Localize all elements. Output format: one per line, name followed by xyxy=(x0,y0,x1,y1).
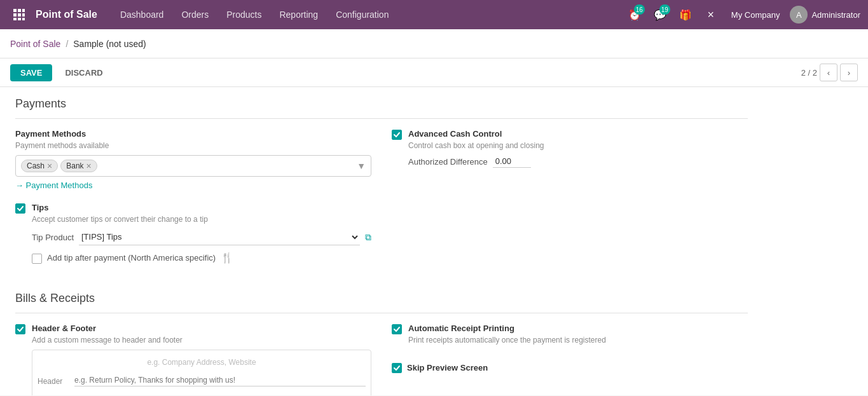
payment-methods-label: Payment Methods xyxy=(15,129,371,139)
auto-receipt-desc: Print receipts automatically once the pa… xyxy=(408,336,748,345)
tag-bank-label: Bank xyxy=(66,161,83,170)
payment-methods-link[interactable]: → Payment Methods xyxy=(15,181,371,190)
auto-receipt-group: Automatic Receipt Printing Print receipt… xyxy=(392,324,748,350)
skip-preview-label: Skip Preview Screen xyxy=(407,363,488,372)
tag-cash-remove[interactable]: × xyxy=(47,161,52,170)
advanced-cash-checkbox[interactable] xyxy=(392,130,402,140)
auto-receipt-checkbox[interactable] xyxy=(392,324,402,334)
nav-menu: Dashboard Orders Products Reporting Conf… xyxy=(113,6,624,24)
fork-knife-icon: 🍴 xyxy=(221,252,233,264)
pagination-prev[interactable]: ‹ xyxy=(820,64,837,81)
header-footer-label: Header & Footer xyxy=(32,324,371,333)
header-input[interactable] xyxy=(74,374,366,386)
auth-diff-label: Authorized Difference xyxy=(408,157,488,167)
tag-bank: Bank × xyxy=(60,160,97,172)
nav-products[interactable]: Products xyxy=(219,6,269,24)
discard-button[interactable]: DISCARD xyxy=(57,64,110,81)
tips-checkbox[interactable] xyxy=(15,203,25,214)
nav-right: ⏰ 16 💬 19 🎁 × My Company A Administrator xyxy=(624,4,860,25)
svg-rect-4 xyxy=(18,13,21,17)
top-nav: Point of Sale Dashboard Orders Products … xyxy=(0,0,868,29)
app-title: Point of Sale xyxy=(36,9,97,20)
auto-receipt-content: Automatic Receipt Printing Print receipt… xyxy=(408,324,748,350)
tip-product-external-link[interactable]: ⧉ xyxy=(365,232,371,243)
tips-desc: Accept customer tips or convert their ch… xyxy=(32,215,371,224)
admin-name: Administrator xyxy=(811,10,860,20)
tip-product-select[interactable]: [TIPS] Tips xyxy=(79,229,360,245)
header-footer-checkbox[interactable] xyxy=(15,324,25,334)
bills-section-title: Bills & Receipts xyxy=(15,282,748,313)
main-content: Payments Payment Methods Payment methods… xyxy=(0,87,868,395)
header-footer-area: e.g. Company Address, Website Header Foo… xyxy=(32,350,371,395)
bills-left-col: Header & Footer Add a custom message to … xyxy=(15,324,371,395)
tip-product-row: Tip Product [TIPS] Tips ⧉ xyxy=(32,229,371,245)
svg-rect-6 xyxy=(13,18,17,20)
skip-preview-checkbox[interactable] xyxy=(392,363,402,373)
footer-input-area[interactable] xyxy=(74,392,366,395)
breadcrumb: Point of Sale / Sample (not used) xyxy=(0,29,868,58)
close-icon[interactable]: × xyxy=(701,4,721,25)
auth-diff-value[interactable]: 0.00 xyxy=(493,155,531,168)
svg-rect-5 xyxy=(22,13,25,17)
payments-section-title: Payments xyxy=(15,87,748,119)
svg-rect-7 xyxy=(18,18,21,20)
nav-configuration[interactable]: Configuration xyxy=(328,6,396,24)
gift-icon[interactable]: 🎁 xyxy=(675,4,696,25)
breadcrumb-current: Sample (not used) xyxy=(73,39,146,49)
auth-diff-row: Authorized Difference 0.00 xyxy=(408,155,748,168)
bills-two-col: Header & Footer Add a custom message to … xyxy=(15,324,748,395)
payment-methods-group: Payment Methods Payment methods availabl… xyxy=(15,129,371,190)
svg-rect-3 xyxy=(13,13,17,17)
footer-label: Footer xyxy=(38,392,69,395)
add-tip-checkbox[interactable] xyxy=(32,254,42,264)
clock-badge: 16 xyxy=(634,4,645,15)
svg-rect-0 xyxy=(13,9,17,12)
advanced-cash-label: Advanced Cash Control xyxy=(408,129,748,139)
payment-methods-input[interactable]: Cash × Bank × ▼ xyxy=(15,155,371,177)
pagination: 2 / 2 ‹ › xyxy=(801,64,858,81)
breadcrumb-separator: / xyxy=(65,39,68,49)
save-button[interactable]: SAVE xyxy=(10,64,52,81)
toolbar: SAVE DISCARD 2 / 2 ‹ › xyxy=(0,58,868,87)
company-name[interactable]: My Company xyxy=(726,8,785,22)
tags-dropdown-arrow[interactable]: ▼ xyxy=(357,161,366,171)
header-footer-group: Header & Footer Add a custom message to … xyxy=(15,324,371,395)
apps-icon[interactable] xyxy=(8,3,31,26)
pagination-count: 2 / 2 xyxy=(801,68,817,78)
header-footer-content: Header & Footer Add a custom message to … xyxy=(32,324,371,395)
nav-reporting[interactable]: Reporting xyxy=(272,6,326,24)
tag-cash-label: Cash xyxy=(27,161,45,170)
tips-group: Tips Accept customer tips or convert the… xyxy=(15,203,371,264)
add-tip-row: Add tip after payment (North America spe… xyxy=(32,252,371,264)
skip-preview-row: Skip Preview Screen xyxy=(392,362,748,373)
payments-left-col: Payment Methods Payment methods availabl… xyxy=(15,129,371,277)
svg-rect-8 xyxy=(22,18,25,20)
auto-receipt-label: Automatic Receipt Printing xyxy=(408,324,748,333)
admin-avatar: A xyxy=(790,6,808,24)
clock-icon-btn[interactable]: ⏰ 16 xyxy=(624,4,645,25)
advanced-cash-desc: Control cash box at opening and closing xyxy=(408,141,748,150)
payments-right-col: Advanced Cash Control Control cash box a… xyxy=(392,129,748,277)
advanced-cash-group: Advanced Cash Control Control cash box a… xyxy=(392,129,748,168)
bills-right-col: Automatic Receipt Printing Print receipt… xyxy=(392,324,748,395)
message-badge: 19 xyxy=(659,4,670,15)
tag-bank-remove[interactable]: × xyxy=(86,161,92,170)
hf-placeholder: e.g. Company Address, Website xyxy=(38,355,366,369)
add-tip-label: Add tip after payment (North America spe… xyxy=(47,253,216,263)
message-icon-btn[interactable]: 💬 19 xyxy=(650,4,670,25)
nav-dashboard[interactable]: Dashboard xyxy=(113,6,172,24)
header-label: Header xyxy=(38,374,69,386)
nav-orders[interactable]: Orders xyxy=(174,6,216,24)
hf-footer-row: Footer xyxy=(38,392,366,395)
admin-menu[interactable]: A Administrator xyxy=(790,6,860,24)
svg-rect-1 xyxy=(18,9,21,12)
payments-two-col: Payment Methods Payment methods availabl… xyxy=(15,129,748,277)
tag-cash: Cash × xyxy=(21,160,58,172)
pagination-next[interactable]: › xyxy=(840,64,858,81)
breadcrumb-parent[interactable]: Point of Sale xyxy=(10,39,60,49)
header-footer-desc: Add a custom message to header and foote… xyxy=(32,336,371,345)
hf-header-row: Header xyxy=(38,374,366,386)
tips-content: Tips Accept customer tips or convert the… xyxy=(32,203,371,264)
svg-rect-2 xyxy=(22,9,25,12)
tips-label: Tips xyxy=(32,203,371,212)
